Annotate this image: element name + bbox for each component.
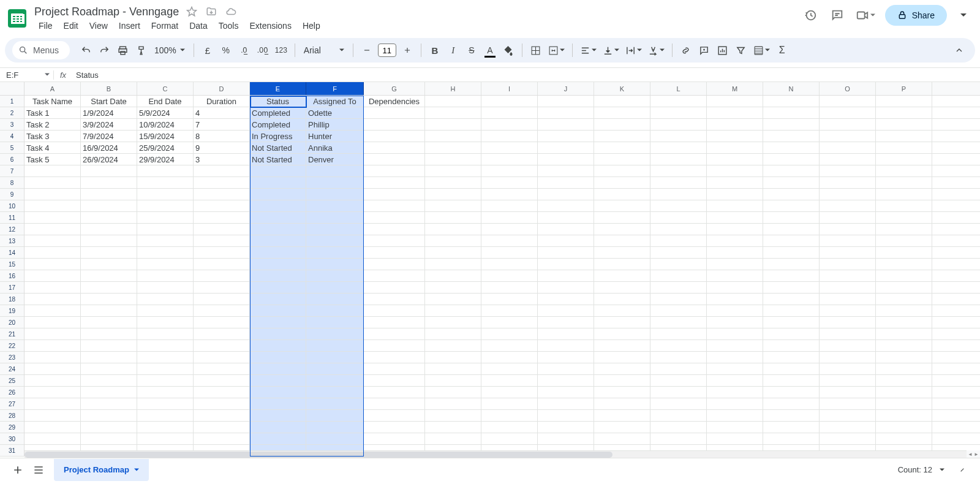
cell[interactable]	[250, 259, 306, 270]
cell[interactable]	[481, 119, 538, 130]
cell[interactable]	[820, 200, 876, 211]
cell[interactable]	[81, 317, 137, 328]
cell[interactable]	[481, 177, 538, 188]
cell[interactable]	[707, 340, 763, 351]
cell[interactable]	[137, 270, 194, 281]
cell[interactable]	[364, 119, 425, 130]
cell[interactable]	[763, 398, 820, 409]
cell[interactable]	[364, 305, 425, 316]
cell[interactable]	[194, 340, 250, 351]
menu-file[interactable]: File	[34, 20, 57, 32]
cell[interactable]	[364, 189, 425, 200]
cell[interactable]	[306, 247, 364, 258]
cell[interactable]: End Date	[137, 96, 194, 107]
cell[interactable]	[81, 375, 137, 386]
cell[interactable]	[24, 328, 81, 339]
row-header-11[interactable]: 11	[0, 212, 24, 224]
insert-chart-button[interactable]	[714, 42, 731, 59]
cell[interactable]	[538, 433, 594, 444]
scroll-right-icon[interactable]: ►	[974, 452, 979, 457]
row-header-7[interactable]: 7	[0, 165, 24, 177]
cell[interactable]	[137, 410, 194, 421]
cell[interactable]: Duration	[194, 96, 250, 107]
cell[interactable]	[24, 224, 81, 235]
cell[interactable]: Task 3	[24, 131, 81, 142]
cell[interactable]	[538, 224, 594, 235]
cell[interactable]	[538, 363, 594, 374]
cell[interactable]	[425, 131, 481, 142]
cell[interactable]	[425, 200, 481, 211]
cell[interactable]	[594, 340, 650, 351]
cell[interactable]	[137, 294, 194, 305]
cell[interactable]	[306, 375, 364, 386]
menu-data[interactable]: Data	[185, 20, 212, 32]
cell[interactable]	[876, 189, 932, 200]
cell[interactable]	[876, 270, 932, 281]
cell[interactable]	[250, 235, 306, 246]
cell[interactable]	[538, 200, 594, 211]
cell[interactable]	[24, 165, 81, 176]
cell[interactable]	[137, 247, 194, 258]
cell[interactable]	[364, 154, 425, 165]
cell[interactable]	[707, 235, 763, 246]
cell[interactable]	[876, 282, 932, 293]
star-icon[interactable]	[185, 5, 198, 18]
cell[interactable]: 15/9/2024	[137, 131, 194, 142]
cell[interactable]	[763, 189, 820, 200]
row-header-6[interactable]: 6	[0, 154, 24, 165]
column-header-G[interactable]: G	[364, 82, 425, 95]
cell[interactable]	[481, 422, 538, 433]
cell[interactable]	[481, 294, 538, 305]
cell[interactable]	[820, 410, 876, 421]
cell[interactable]	[538, 235, 594, 246]
cell[interactable]	[763, 363, 820, 374]
text-wrap-button[interactable]	[623, 42, 644, 59]
cell[interactable]	[194, 387, 250, 398]
create-filter-button[interactable]	[733, 42, 750, 59]
cell[interactable]	[481, 387, 538, 398]
cell[interactable]	[820, 96, 876, 107]
explore-button[interactable]	[952, 460, 973, 480]
cell[interactable]	[364, 340, 425, 351]
cell[interactable]	[820, 398, 876, 409]
cell[interactable]	[650, 107, 707, 118]
cell[interactable]	[194, 259, 250, 270]
cell[interactable]	[81, 270, 137, 281]
cell[interactable]	[364, 131, 425, 142]
cell[interactable]	[81, 387, 137, 398]
cell[interactable]	[538, 212, 594, 223]
cell[interactable]	[763, 259, 820, 270]
row-header-12[interactable]: 12	[0, 224, 24, 235]
cell[interactable]: 5/9/2024	[137, 107, 194, 118]
row-header-27[interactable]: 27	[0, 398, 24, 410]
cell[interactable]	[707, 387, 763, 398]
cell[interactable]: Dependencies	[364, 96, 425, 107]
row-header-2[interactable]: 2	[0, 107, 24, 119]
meet-icon[interactable]	[856, 9, 875, 22]
cell[interactable]: Phillip	[306, 119, 364, 130]
cell[interactable]	[24, 317, 81, 328]
cell[interactable]	[306, 259, 364, 270]
cell[interactable]	[820, 119, 876, 130]
cell[interactable]	[876, 177, 932, 188]
cell[interactable]	[820, 363, 876, 374]
cell[interactable]	[250, 189, 306, 200]
cell[interactable]	[594, 259, 650, 270]
menu-tools[interactable]: Tools	[214, 20, 243, 32]
cell[interactable]	[24, 387, 81, 398]
more-formats-button[interactable]: 123	[273, 42, 290, 59]
cell[interactable]	[81, 224, 137, 235]
cell[interactable]	[81, 189, 137, 200]
cell[interactable]	[820, 305, 876, 316]
cell[interactable]	[876, 142, 932, 153]
cell[interactable]	[425, 410, 481, 421]
cell[interactable]	[306, 177, 364, 188]
cell[interactable]	[650, 433, 707, 444]
cell[interactable]	[650, 387, 707, 398]
row-header-9[interactable]: 9	[0, 189, 24, 200]
cell[interactable]	[194, 410, 250, 421]
cell[interactable]	[137, 235, 194, 246]
cell[interactable]	[250, 270, 306, 281]
cell[interactable]	[876, 398, 932, 409]
row-header-14[interactable]: 14	[0, 247, 24, 259]
